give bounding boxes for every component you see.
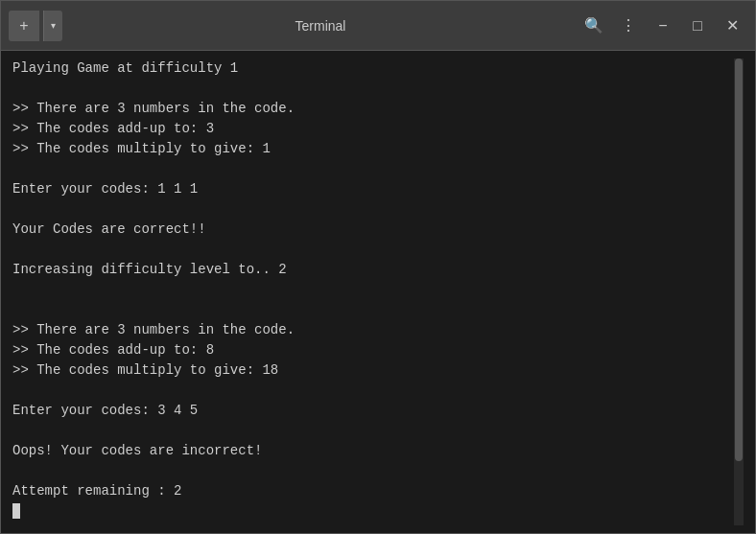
new-tab-button[interactable]: + bbox=[9, 11, 39, 41]
titlebar-left: + ▾ bbox=[9, 11, 62, 41]
search-button[interactable]: 🔍 bbox=[579, 11, 609, 41]
cursor bbox=[12, 503, 20, 519]
terminal-output: Playing Game at difficulty 1 >> There ar… bbox=[12, 58, 734, 522]
titlebar: + ▾ Terminal 🔍 ⋮ − □ ✕ bbox=[1, 1, 755, 51]
titlebar-right: 🔍 ⋮ − □ ✕ bbox=[579, 11, 747, 41]
scrollbar[interactable] bbox=[734, 58, 744, 525]
close-button[interactable]: ✕ bbox=[717, 11, 747, 41]
window-title: Terminal bbox=[62, 18, 579, 34]
terminal-content: Playing Game at difficulty 1 >> There ar… bbox=[12, 58, 734, 525]
terminal-body: Playing Game at difficulty 1 >> There ar… bbox=[1, 51, 755, 533]
menu-button[interactable]: ⋮ bbox=[613, 11, 644, 41]
scrollbar-thumb[interactable] bbox=[735, 58, 743, 461]
maximize-button[interactable]: □ bbox=[682, 11, 713, 41]
new-tab-dropdown-button[interactable]: ▾ bbox=[43, 11, 62, 41]
minimize-button[interactable]: − bbox=[648, 11, 678, 41]
terminal-window: + ▾ Terminal 🔍 ⋮ − □ ✕ Playing Game at d… bbox=[0, 0, 756, 534]
